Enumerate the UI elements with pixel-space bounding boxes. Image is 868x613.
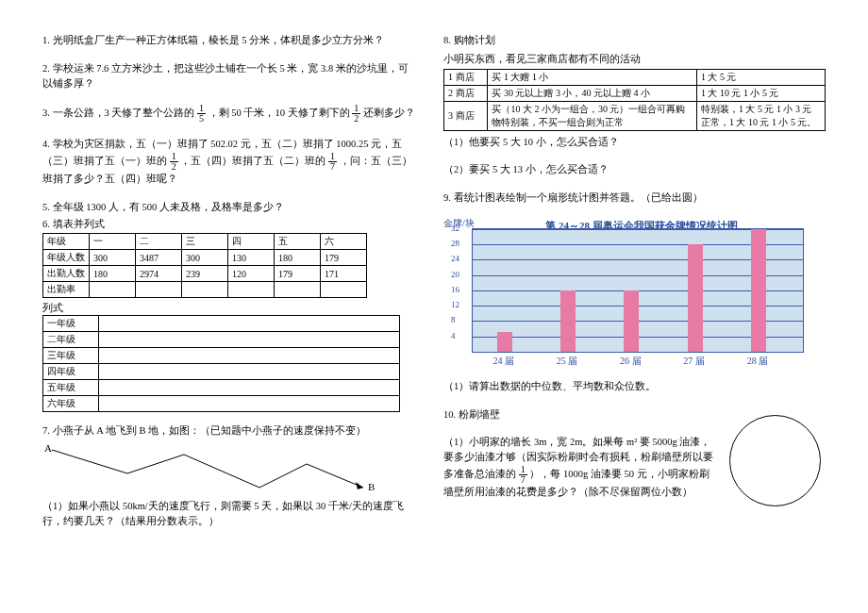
- x-tick: 28 届: [747, 355, 769, 368]
- table-row: 二年级: [43, 332, 400, 348]
- table-row: 3 商店 买（10 大 2 小为一组合，30 元）一组合可再购物特别装，不买一组…: [444, 101, 826, 130]
- chart-bar: [560, 290, 576, 352]
- swallow-path-figure: A B: [42, 440, 415, 499]
- y-tick: 12: [451, 300, 459, 309]
- formula-table: 一年级 二年级 三年级 四年级 五年级 六年级: [42, 315, 400, 412]
- question-2: 2. 学校运来 7.6 立方米沙土，把这些沙土铺在一个长 5 米，宽 3.8 米…: [42, 61, 415, 91]
- question-7-title: 7. 小燕子从 A 地飞到 B 地，如图：（已知题中小燕子的速度保持不变）: [42, 423, 415, 439]
- fraction-1-7-b: 1 7: [519, 465, 527, 485]
- chart-bar: [497, 332, 512, 351]
- table-row: 三年级: [43, 348, 400, 364]
- question-9-title: 9. 看统计图表绘制一个扇形统计图并答题。（已给出圆）: [443, 191, 826, 206]
- path-svg: A B: [42, 440, 382, 497]
- question-8-1: （1）他要买 5 大 10 小，怎么买合适？: [443, 135, 826, 150]
- question-3: 3. 一条公路，3 天修了整个公路的 1 5 ，剩 50 千米，10 天修了剩下…: [42, 104, 415, 124]
- table-row: 六年级: [43, 396, 400, 412]
- bar-chart: 金牌/块 第 24～28 届奥运会我国获金牌情况统计图 481216202428…: [443, 219, 811, 370]
- chart-bar: [624, 290, 639, 352]
- svg-marker-0: [356, 482, 363, 489]
- x-tick: 27 届: [683, 355, 705, 368]
- question-10-body: （1）小明家的墙长 3m，宽 2m。如果每 m² 要 5000g 油漆，要多少油…: [443, 435, 717, 499]
- table-row: 1 商店 买 1 大赠 1 小 1 大 5 元: [444, 69, 826, 85]
- grade-table: 年级 一 二 三 四 五 六 年级人数 300 3487 300 130 180…: [42, 233, 367, 298]
- question-8-2: （2）要买 5 大 13 小，怎么买合适？: [443, 162, 826, 177]
- table-row: 出勤率: [43, 282, 367, 298]
- point-b-label: B: [368, 481, 375, 492]
- q3-text-a: 3. 一条公路，3 天修了整个公路的: [42, 108, 194, 118]
- fraction-1-2: 1 2: [352, 104, 360, 124]
- y-tick: 32: [451, 224, 459, 233]
- shop-table: 1 商店 买 1 大赠 1 小 1 大 5 元 2 商店 买 30 元以上赠 3…: [443, 69, 826, 131]
- question-6-title: 6. 填表并列式: [42, 217, 415, 232]
- x-tick: 26 届: [620, 355, 642, 368]
- table-row: 出勤人数 180 2974 239 120 179 171: [43, 266, 367, 282]
- q4-text-b: ，五（四）班捐了五（二）班的: [180, 156, 326, 166]
- x-tick: 25 届: [557, 355, 578, 368]
- q3-text-b: ，剩 50 千米，10 天修了剩下的: [209, 108, 350, 118]
- table-row: 年级 一 二 三 四 五 六: [43, 234, 367, 250]
- question-8-intro: 小明买东西，看见三家商店都有不同的活动: [443, 52, 826, 67]
- fraction-1-2-b: 1 2: [170, 152, 178, 172]
- table-row: 年级人数 300 3487 300 130 180 179: [43, 250, 367, 266]
- chart-bar: [751, 229, 766, 352]
- x-tick: 24 届: [492, 355, 514, 368]
- question-9-1: （1）请算出数据的中位数、平均数和众位数。: [443, 379, 826, 394]
- question-4: 4. 学校为灾区捐款，五（一）班捐了 502.02 元，五（二）班捐了 1000…: [42, 137, 415, 187]
- point-a-label: A: [44, 442, 52, 454]
- blank-circle: [729, 415, 821, 506]
- fraction-1-7: 1 7: [328, 152, 337, 172]
- table-row: 2 商店 买 30 元以上赠 3 小，40 元以上赠 4 小 1 大 10 元 …: [444, 85, 826, 101]
- question-1: 1. 光明纸盒厂生产一种正方体纸箱，棱长是 5 分米，体积是多少立方分米？: [42, 33, 415, 48]
- chart-bar: [688, 244, 703, 352]
- y-tick: 16: [451, 285, 459, 294]
- table-row: 五年级: [43, 380, 400, 396]
- y-tick: 28: [451, 239, 459, 248]
- table-row: 一年级: [43, 316, 400, 332]
- question-7-1: （1）如果小燕以 50km/天的速度飞行，则需要 5 天，如果以 30 千米/天…: [42, 499, 415, 529]
- question-8-title: 8. 购物计划: [443, 33, 826, 48]
- y-tick: 8: [451, 315, 456, 324]
- question-5: 5. 全年级 1300 人，有 500 人未及格，及格率是多少？: [42, 200, 415, 215]
- y-tick: 4: [451, 331, 456, 340]
- fraction-1-5: 1 5: [197, 104, 206, 124]
- y-tick: 20: [451, 270, 459, 279]
- y-tick: 24: [451, 254, 459, 263]
- table-row: 四年级: [43, 364, 400, 380]
- list-label: 列式: [42, 302, 415, 315]
- q3-text-c: 还剩多少？: [363, 108, 415, 118]
